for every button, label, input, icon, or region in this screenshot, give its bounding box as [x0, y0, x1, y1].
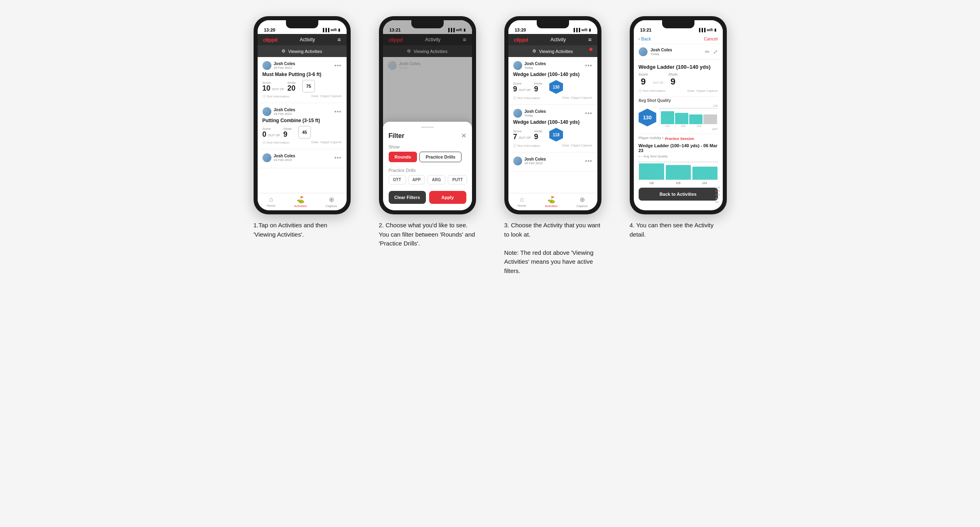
filter-close-icon[interactable]: ✕ — [461, 132, 466, 140]
caption-4: 4. You can then see the Activity detail. — [630, 221, 727, 239]
card-menu-1-2[interactable]: ••• — [334, 108, 342, 115]
rounds-pill[interactable]: Rounds — [389, 152, 417, 162]
card-menu-3-3[interactable]: ••• — [585, 158, 593, 164]
viewing-banner-1[interactable]: ⚙ Viewing Activities — [258, 45, 347, 57]
nav-activities-3[interactable]: ⛳ Activities — [545, 196, 558, 208]
nav-home-1[interactable]: ⌂ Home — [267, 196, 275, 208]
user-date-3-1: Today — [525, 66, 546, 70]
detail-score-val: 9 — [641, 76, 646, 87]
ott-pill[interactable]: OTT — [389, 175, 406, 184]
phone-frame-3: 13:20 ▐▐▐ wifi ▮ clippd Activity ≡ ⚙ V — [504, 16, 601, 214]
nav-capture-1[interactable]: ⊕ Capture — [326, 196, 337, 208]
chart-bar-s1 — [639, 163, 664, 180]
phone-col-3: 13:20 ▐▐▐ wifi ▮ clippd Activity ≡ ⚙ V — [496, 16, 610, 275]
user-date-1-3: 28 Feb 2023 — [274, 158, 295, 162]
card-footer-left-3-2: ⓘ Test Information — [513, 144, 540, 148]
scroll-area-1: Josh Coles 28 Feb 2023 ••• Must Make Put… — [258, 57, 347, 193]
user-date-1-1: 28 Feb 2023 — [274, 66, 295, 70]
caption-2: 2. Choose what you'd like to see. You ca… — [379, 221, 476, 248]
bar-label-1: 132 — [665, 125, 670, 127]
status-time-3: 13:20 — [515, 28, 526, 32]
activity-card-3-1[interactable]: Josh Coles Today ••• Wedge Ladder (100–1… — [508, 57, 597, 105]
cancel-button[interactable]: Cancel — [704, 36, 718, 41]
phone-inner-3: 13:20 ▐▐▐ wifi ▮ clippd Activity ≡ ⚙ V — [508, 20, 597, 210]
data-capture-text: Data: Clippd Capture — [688, 89, 718, 93]
nav-activities-1[interactable]: ⛳ Activities — [294, 196, 307, 208]
nav-logo-3: clippd — [514, 37, 528, 43]
stat-outof-1-1: OUT OF — [272, 87, 284, 91]
nav-title-3: Activity — [550, 37, 566, 42]
edit-icon-4[interactable]: ✏ — [705, 49, 710, 55]
phone-frame-2: 13:21 ▐▐▐ wifi ▮ clippd Activity ≡ ⚙ V — [379, 16, 476, 214]
bar-1 — [661, 111, 674, 124]
user-name-3-3: Josh Coles — [525, 157, 546, 161]
phone-inner-1: 13:20 ▐▐▐ wifi ▮ clippd Activity ≡ ⚙ V — [258, 20, 347, 210]
activity-card-3-3[interactable]: Josh Coles 28 Feb 2023 ••• — [508, 152, 597, 171]
battery-icon: ▮ — [338, 28, 340, 32]
avg-section: Avg Shot Quality 130 130 — [639, 98, 718, 131]
bar-2 — [675, 113, 688, 124]
nav-bar-1: clippd Activity ≡ — [258, 34, 347, 45]
stat-shots-1-2: 9 — [284, 131, 292, 138]
app-label: APP — [712, 128, 718, 131]
signal-icon-4: ▐▐▐ — [698, 28, 705, 32]
activity-card-1-1[interactable]: Josh Coles 28 Feb 2023 ••• Must Make Put… — [258, 57, 347, 103]
nav-menu-icon-3[interactable]: ≡ — [588, 36, 591, 43]
info-row: ⓘ Test Information Data: Clippd Capture — [639, 89, 718, 93]
card-menu-1-1[interactable]: ••• — [334, 62, 342, 69]
show-label: Show — [389, 144, 466, 149]
app-pill[interactable]: APP — [408, 175, 425, 184]
card-footer-right-3-2: Data: Clippd Capture — [562, 144, 593, 148]
practice-drills-pill[interactable]: Practice Drills — [419, 152, 461, 162]
nav-menu-icon-1[interactable]: ≡ — [337, 36, 341, 43]
nav-capture-3[interactable]: ⊕ Capture — [576, 196, 588, 208]
stat-outof-3-1: OUT OF — [519, 88, 531, 92]
y-axis-60: 60 — [715, 201, 720, 203]
back-button[interactable]: ‹ Back — [639, 36, 651, 41]
phone-frame-1: 13:20 ▐▐▐ wifi ▮ clippd Activity ≡ ⚙ V — [254, 16, 351, 214]
arg-pill[interactable]: ARG — [428, 175, 445, 184]
chart-bar-s3 — [692, 167, 718, 180]
home-label-1: Home — [267, 204, 275, 207]
shot-quality-hex-3-1: 130 — [549, 80, 563, 94]
stat-score-1-1: 10 — [262, 85, 271, 92]
card-menu-1-3[interactable]: ••• — [334, 155, 342, 161]
capture-label-1: Capture — [326, 204, 337, 208]
putt-pill[interactable]: PUTT — [448, 175, 467, 184]
home-icon-1: ⌂ — [269, 196, 273, 203]
expand-icon-4[interactable]: ⤢ — [713, 49, 718, 55]
phone-notch-1 — [286, 20, 318, 28]
back-to-activities-btn[interactable]: Back to Activities — [639, 188, 718, 201]
chart-label-s1: 132 — [649, 182, 654, 184]
avg-label: Avg Shot Quality — [639, 98, 718, 103]
nav-title-1: Activity — [300, 37, 315, 42]
shot-quality-1-1: 75 — [302, 80, 315, 93]
viewing-banner-3[interactable]: ⚙ Viewing Activities — [508, 45, 597, 57]
bottom-nav-3: ⌂ Home ⛳ Activities ⊕ Capture — [508, 193, 597, 210]
caption-1: 1.Tap on Activities and then 'Viewing Ac… — [254, 221, 351, 239]
filter-modal: Filter ✕ Show Rounds Practice Drills Pra… — [383, 122, 472, 210]
activity-card-1-2[interactable]: Josh Coles 28 Feb 2023 ••• Putting Combi… — [258, 103, 347, 149]
user-name-4: Josh Coles — [651, 48, 672, 52]
bar-label-2: 129 — [681, 125, 686, 127]
detail-header: ‹ Back Cancel — [634, 34, 723, 44]
user-date-3-2: Today — [525, 114, 546, 117]
status-icons-3: ▐▐▐ wifi ▮ — [572, 28, 591, 32]
capture-icon-1: ⊕ — [329, 196, 334, 203]
card-title-1-1: Must Make Putting (3-6 ft) — [262, 72, 342, 77]
stat-outof-1-2: OUT OF — [268, 133, 280, 137]
card-menu-3-2[interactable]: ••• — [585, 110, 593, 116]
phone-col-1: 13:20 ▐▐▐ wifi ▮ clippd Activity ≡ ⚙ V — [246, 16, 359, 239]
apply-btn[interactable]: Apply — [429, 191, 466, 204]
clear-filters-btn[interactable]: Clear Filters — [389, 191, 426, 204]
banner-icon-1: ⚙ — [282, 49, 286, 54]
nav-home-3[interactable]: ⌂ Home — [518, 196, 526, 208]
activity-card-3-2[interactable]: Josh Coles Today ••• Wedge Ladder (100–1… — [508, 105, 597, 152]
phone-frame-4: 13:21 ▐▐▐ wifi ▮ ‹ Back Cancel — [630, 16, 727, 214]
user-name-3-2: Josh Coles — [525, 109, 546, 114]
activity-card-1-3[interactable]: Josh Coles 28 Feb 2023 ••• — [258, 149, 347, 168]
player-activity-label: Player Activity • — [639, 136, 664, 140]
signal-icon-3: ▐▐▐ — [572, 28, 580, 32]
card-menu-3-1[interactable]: ••• — [585, 62, 593, 69]
card-title-3-1: Wedge Ladder (100–140 yds) — [513, 72, 593, 77]
